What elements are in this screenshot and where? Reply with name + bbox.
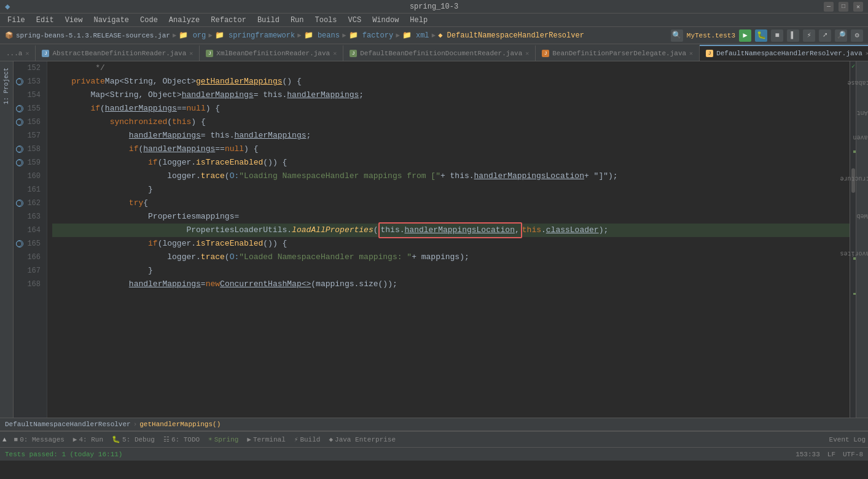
- debug-button[interactable]: 🐛: [755, 29, 767, 42]
- code-line-163: Properties mappings =: [52, 210, 850, 224]
- menu-tools[interactable]: Tools: [310, 15, 342, 26]
- menu-build[interactable]: Build: [252, 15, 284, 26]
- database-tab[interactable]: Database: [842, 78, 868, 87]
- code-153-rest: () {: [283, 75, 302, 88]
- nav-sep5: ►: [396, 32, 400, 39]
- settings-button[interactable]: ⚙: [851, 29, 863, 42]
- debug-tool-btn[interactable]: 🐛 5: Debug: [108, 434, 158, 445]
- nav-jar[interactable]: 📦: [5, 31, 14, 39]
- code-164-paren: (: [373, 224, 378, 237]
- tab-default-ns-handler-close[interactable]: ✕: [866, 50, 868, 57]
- code-line-167: }: [52, 264, 850, 278]
- code-157-indent: [52, 129, 129, 142]
- menu-run[interactable]: Run: [286, 15, 309, 26]
- line-num-152: 152: [14, 61, 43, 75]
- code-164-classloader: classLoader: [546, 224, 599, 237]
- tab-xml-bean-label: XmlBeanDefinitionReader.java: [216, 50, 330, 57]
- line-ending[interactable]: LF: [827, 451, 835, 458]
- menu-window[interactable]: Window: [367, 15, 404, 26]
- code-168-new: new: [206, 278, 220, 291]
- spring-label: Spring: [214, 436, 239, 443]
- maven-tab[interactable]: Maven: [848, 133, 868, 142]
- tab-abstract-bean[interactable]: J AbstractBeanDefinitionReader.java ✕: [36, 45, 200, 61]
- code-166-str: "Loaded NamespaceHandler mappings: ": [239, 251, 412, 264]
- line-num-165: 165: [14, 237, 43, 251]
- nav-class[interactable]: ◆ DefaultNamespaceHandlerResolver: [438, 31, 584, 40]
- code-159-fn: isTraceEnabled: [196, 156, 263, 169]
- close-button[interactable]: ✕: [853, 2, 863, 12]
- project-tab[interactable]: 1: Project: [2, 64, 11, 108]
- menu-refactor[interactable]: Refactor: [206, 15, 251, 26]
- search-everywhere-icon[interactable]: 🔍: [671, 29, 683, 42]
- web-tab[interactable]: Web: [851, 211, 868, 220]
- code-160-plus: + this.: [440, 169, 474, 183]
- ant-tab[interactable]: Ant: [851, 108, 868, 117]
- code-line-162: try {: [52, 197, 850, 210]
- nav-xml[interactable]: 📁 xml: [402, 31, 429, 40]
- menu-code[interactable]: Code: [135, 15, 163, 26]
- build-button[interactable]: ⚡: [803, 29, 815, 42]
- tab-abstract-bean-close[interactable]: ✕: [189, 50, 193, 57]
- menu-edit[interactable]: Edit: [31, 15, 59, 26]
- favorites-tab[interactable]: 2: Favorites: [835, 249, 868, 258]
- nav-org[interactable]: 📁 org: [179, 31, 206, 40]
- code-168-end: (mappings.size());: [311, 278, 397, 291]
- code-editor[interactable]: */ private Map<String, Object> getHandle…: [47, 61, 850, 418]
- minimize-button[interactable]: —: [824, 2, 834, 12]
- maximize-button[interactable]: □: [839, 2, 848, 12]
- tab-bean-def-parser-close[interactable]: ✕: [689, 50, 693, 57]
- menu-navigate[interactable]: Navigate: [88, 15, 134, 26]
- menu-help[interactable]: Help: [405, 15, 432, 26]
- structure-tab[interactable]: Z: Structure: [835, 174, 868, 183]
- profile-button[interactable]: ▌: [787, 29, 799, 42]
- code-168-type: ConcurrentHashMap<>: [220, 278, 311, 291]
- tab-default-ns-handler[interactable]: J DefaultNamespaceHandlerResolver.java ✕: [700, 45, 868, 61]
- todo-btn[interactable]: ☷ 6: TODO: [160, 434, 203, 445]
- event-log-btn[interactable]: Event Log: [829, 436, 866, 443]
- spring-icon: ☀: [208, 435, 213, 443]
- nav-jar-label[interactable]: spring-beans-5.1.3.RELEASE-sources.jar: [16, 32, 170, 39]
- tab-xml-bean-close[interactable]: ✕: [333, 50, 337, 57]
- code-line-159: if (logger. isTraceEnabled ()) {: [52, 156, 850, 169]
- tab-default-bean-doc-icon: J: [350, 50, 357, 57]
- toolbar-expand-icon[interactable]: ▲: [2, 436, 7, 443]
- search-nav-button[interactable]: 🔎: [835, 29, 847, 42]
- breadcrumb-file[interactable]: DefaultNamespaceHandlerResolver: [5, 421, 131, 428]
- code-156-this: this: [172, 115, 191, 129]
- terminal-btn[interactable]: ▶ Terminal: [243, 434, 289, 445]
- tab-default-bean-doc[interactable]: J DefaultBeanDefinitionDocumentReader.ja…: [343, 45, 536, 61]
- nav-sep6: ►: [432, 32, 436, 39]
- vcs-button[interactable]: ➚: [819, 29, 831, 42]
- code-155-var: handlerMappings: [105, 102, 177, 115]
- nav-beans[interactable]: 📁 beans: [304, 31, 340, 40]
- encoding[interactable]: UTF-8: [843, 451, 863, 458]
- tab-prev[interactable]: ...a ✕: [0, 45, 36, 61]
- breadcrumb-method[interactable]: getHandlerMappings(): [139, 421, 221, 428]
- messages-btn[interactable]: ■ 0: Messages: [10, 435, 68, 445]
- tab-bean-def-parser[interactable]: J BeanDefinitionParserDelegate.java ✕: [536, 45, 700, 61]
- menu-file[interactable]: File: [2, 15, 30, 26]
- cursor-position[interactable]: 153:33: [796, 451, 820, 458]
- nav-factory[interactable]: 📁 factory: [349, 31, 394, 40]
- nav-springframework[interactable]: 📁 springframework: [215, 31, 295, 40]
- run-button[interactable]: ▶: [739, 29, 751, 42]
- build-tool-label: Build: [300, 436, 320, 443]
- code-164-arg1-highlighted: this.handlerMappingsLocation,: [378, 222, 522, 238]
- tab-xml-bean[interactable]: J XmlBeanDefinitionReader.java ✕: [200, 45, 343, 61]
- build-tool-btn[interactable]: ⚡ Build: [291, 434, 324, 445]
- tab-prev-close[interactable]: ✕: [25, 50, 29, 57]
- run-tool-btn[interactable]: ▶ 4: Run: [69, 434, 107, 445]
- main-layout: 1: Project 152 153 154 155 156 157 158 1…: [0, 61, 868, 418]
- code-159-if: if: [148, 156, 158, 169]
- debug-tool-label: 5: Debug: [122, 436, 155, 443]
- window-controls: — □ ✕: [824, 2, 863, 12]
- java-enterprise-btn[interactable]: ◆ Java Enterprise: [325, 434, 399, 445]
- coverage-button[interactable]: ■: [771, 29, 783, 42]
- tab-default-bean-doc-close[interactable]: ✕: [525, 50, 529, 57]
- menu-view[interactable]: View: [60, 15, 88, 26]
- code-152-comment: */: [52, 61, 105, 75]
- menu-analyze[interactable]: Analyze: [164, 15, 205, 26]
- code-168-indent: [52, 278, 129, 291]
- menu-vcs[interactable]: VCS: [343, 15, 367, 26]
- spring-btn[interactable]: ☀ Spring: [205, 434, 242, 445]
